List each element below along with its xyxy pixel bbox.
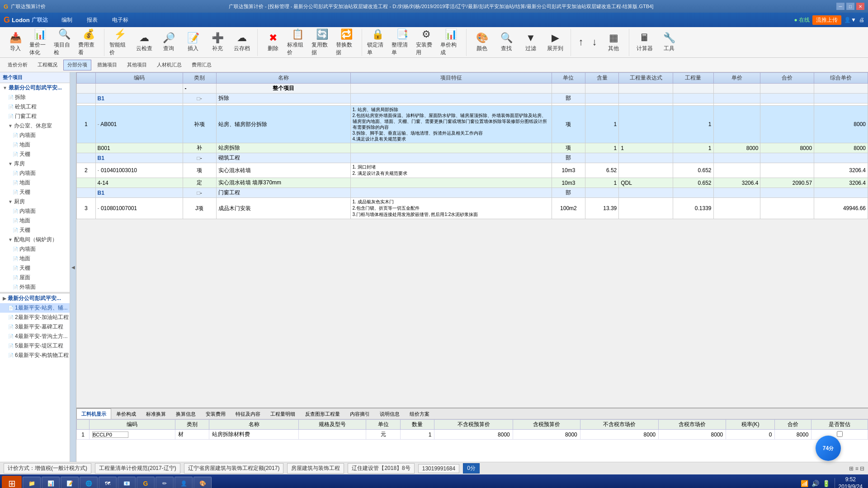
color-button[interactable]: 🎨 颜色 — [470, 30, 494, 55]
status-score[interactable]: 0分 — [463, 463, 480, 474]
tab-division[interactable]: 分部分项 — [63, 60, 91, 70]
sidebar-item-16[interactable]: ▼ 配电间（锅炉房） — [0, 235, 70, 244]
table-row[interactable]: 2 - 010401003010 项 实心混水砖墙 1. 洞口封堵2. 满足设计… — [77, 163, 868, 178]
fee-view-button[interactable]: 💰 费用查看 — [77, 30, 100, 55]
tab-measures[interactable]: 措施项目 — [93, 60, 121, 70]
taskbar-glodon-icon[interactable]: G — [137, 477, 155, 488]
sidebar-item-22[interactable]: ▶ 最新分公司彭武平安... — [0, 294, 70, 303]
taskbar-paint[interactable]: 🎨 — [193, 477, 212, 488]
insert-button[interactable]: 📝 插入 — [181, 30, 205, 55]
code-input[interactable] — [98, 86, 181, 91]
sidebar-item-4[interactable]: ▼ 办公室、休息室 — [0, 121, 70, 131]
row-code[interactable] — [95, 84, 183, 94]
sidebar-item-1[interactable]: 📄 拆除 — [0, 93, 70, 102]
replace-data-button[interactable]: 🔁 替换数据 — [335, 30, 358, 55]
taskbar-file-manager[interactable]: 📁 — [23, 477, 41, 488]
sidebar-item-0[interactable]: ▼ 最新分公司彭武平安... — [0, 83, 70, 93]
detail-tab-unit-price[interactable]: 单价构成 — [111, 408, 141, 419]
sidebar-item-12[interactable]: ▼ 厨房 — [0, 197, 70, 206]
expand-button[interactable]: ▶ 展开到 — [543, 30, 567, 55]
maximize-button[interactable]: □ — [846, 3, 854, 10]
delete-button[interactable]: ✖ 删除 — [261, 30, 285, 55]
notification-bubble[interactable]: 74 分 — [816, 436, 841, 461]
table-row[interactable]: B1 □- 砌筑工程 部 — [77, 153, 868, 163]
sidebar-item-13[interactable]: 📄 内墙面 — [0, 206, 70, 216]
tools-button[interactable]: 🔧 工具 — [657, 30, 681, 55]
est-checkbox[interactable] — [837, 431, 843, 437]
query-button[interactable]: 🔎 查询 — [157, 30, 180, 55]
tab-other[interactable]: 其他项目 — [123, 60, 151, 70]
detail-tab-graphic[interactable]: 反查图形工程量 — [300, 408, 345, 419]
detail-tab-standard-calc[interactable]: 标准换算 — [141, 408, 171, 419]
minimize-button[interactable]: ─ — [836, 3, 844, 10]
detail-tab-materials[interactable]: 工料机显示 — [76, 408, 111, 419]
taskbar-word[interactable]: 📝 — [61, 477, 79, 488]
price-unify-button[interactable]: 📊 量价一体化 — [28, 30, 52, 55]
menu-ebid[interactable]: 电子标 — [108, 14, 133, 26]
sidebar-item-11[interactable]: 📄 天棚 — [0, 188, 70, 197]
reuse-data-button[interactable]: 🔄 复用数据 — [310, 30, 334, 55]
close-button[interactable]: ✕ — [856, 3, 864, 10]
standard-price-button[interactable]: 📋 标准组价 — [286, 30, 309, 55]
table-row[interactable]: B001 补 站房拆除 项 1 1 1 8000 8000 8000 — [77, 143, 868, 153]
detail-table-row[interactable]: 1 材 站房拆除材料费 元 1 8000 8000 8000 8000 0 — [77, 430, 868, 440]
sidebar-item-28[interactable]: 📄 6最新平安-构筑物工程 — [0, 351, 70, 360]
table-row[interactable]: B1 □- 拆除 部 — [77, 94, 868, 103]
print-icon[interactable]: 🖨 — [859, 17, 864, 23]
lock-list-button[interactable]: 🔒 锁定清单 — [366, 30, 389, 55]
tab-cost-analysis[interactable]: 造价分析 — [4, 60, 32, 70]
detail-tab-notes[interactable]: 说明信息 — [375, 408, 405, 419]
sidebar-item-8[interactable]: ▼ 库房 — [0, 159, 70, 169]
smart-price-button[interactable]: ⚡ 智能组价 — [108, 30, 132, 55]
install-fee-button[interactable]: ⚙ 安装费用 — [415, 30, 438, 55]
tab-project-overview[interactable]: 工程概况 — [33, 60, 61, 70]
status-standard[interactable]: 工程量清单计价规范(2017-辽宁) — [95, 463, 180, 474]
detail-tab-qty-detail[interactable]: 工程量明细 — [265, 408, 300, 419]
sidebar-item-25[interactable]: 📄 3最新平安-墓碑工程 — [0, 322, 70, 332]
sidebar-item-9[interactable]: 📄 内墙面 — [0, 169, 70, 178]
import-button[interactable]: 📥 导入 — [4, 30, 27, 55]
detail-code-input[interactable] — [92, 432, 128, 438]
filter-button[interactable]: ▼ 过滤 — [519, 30, 542, 55]
other-button[interactable]: ▦ 其他 — [602, 30, 625, 55]
sidebar-collapse-button[interactable]: ◀ — [70, 72, 76, 462]
sidebar-item-18[interactable]: 📄 地面 — [0, 254, 70, 263]
table-row[interactable]: 3 - 010801007001 J项 成品木门安装 1. 成品银灰色实木门2.… — [77, 198, 868, 219]
taskbar-email[interactable]: 📧 — [118, 477, 136, 488]
sidebar-item-6[interactable]: 📄 地面 — [0, 140, 70, 150]
tab-fee-summary[interactable]: 费用汇总 — [188, 60, 216, 70]
taskbar-ie[interactable]: 🌐 — [80, 477, 98, 488]
sidebar-item-20[interactable]: 📄 屋面 — [0, 273, 70, 282]
user-icon[interactable]: 👤▼ — [844, 17, 856, 23]
table-row[interactable]: 4-14 定 实心混水砖墙 墙厚370mm 10m3 1 QDL 0.652 3… — [77, 178, 868, 188]
detail-tab-install-fee[interactable]: 安装费用 — [201, 408, 231, 419]
status-quota[interactable]: 辽宁省房屋建筑与装饰工程定额(2017) — [184, 463, 284, 474]
status-engineering-type[interactable]: 房屋建筑与装饰工程 — [287, 463, 344, 474]
start-button[interactable]: ⊞ — [2, 476, 22, 488]
status-tax-method[interactable]: 计价方式：增值税(一般计税方式) — [4, 463, 91, 474]
move-up-button[interactable]: ↑ — [575, 30, 587, 55]
sidebar-item-3[interactable]: 📄 门窗工程 — [0, 112, 70, 121]
sidebar-item-24[interactable]: 📄 2最新平安-加油站工程 — [0, 313, 70, 322]
find-button[interactable]: 🔍 查找 — [495, 30, 518, 55]
sidebar-item-21[interactable]: 📄 外墙面 — [0, 282, 70, 292]
move-down-button[interactable]: ↓ — [588, 30, 601, 55]
menu-edit[interactable]: 编制 — [57, 14, 77, 26]
tab-materials[interactable]: 人材机汇总 — [153, 60, 186, 70]
taskbar-excel[interactable]: 📊 — [42, 477, 60, 488]
cloud-check-button[interactable]: ☁ 云检查 — [132, 30, 156, 55]
detail-row-code[interactable] — [90, 430, 175, 440]
taskbar-pencil[interactable]: ✏ — [156, 477, 174, 488]
calculator-button[interactable]: 🖩 计算器 — [633, 30, 656, 55]
sidebar-item-15[interactable]: 📄 天棚 — [0, 225, 70, 235]
sidebar-item-5[interactable]: 📄 内墙面 — [0, 131, 70, 140]
table-row[interactable]: - 整个项目 — [77, 84, 868, 94]
detail-tab-content-ref[interactable]: 内容摘引 — [345, 408, 375, 419]
sidebar-item-26[interactable]: 📄 4最新平安-管沟土方... — [0, 332, 70, 341]
taskbar-map[interactable]: 🗺 — [99, 477, 117, 488]
detail-tab-price-plan[interactable]: 组价方案 — [405, 408, 434, 419]
self-check-button[interactable]: 🔍 项目自检 — [52, 30, 76, 55]
sidebar-item-27[interactable]: 📄 5最新平安-堤区工程 — [0, 341, 70, 351]
detail-tab-calc-info[interactable]: 换算信息 — [171, 408, 201, 419]
status-doc-num[interactable]: 辽住建设管【2018】8号 — [348, 463, 414, 474]
